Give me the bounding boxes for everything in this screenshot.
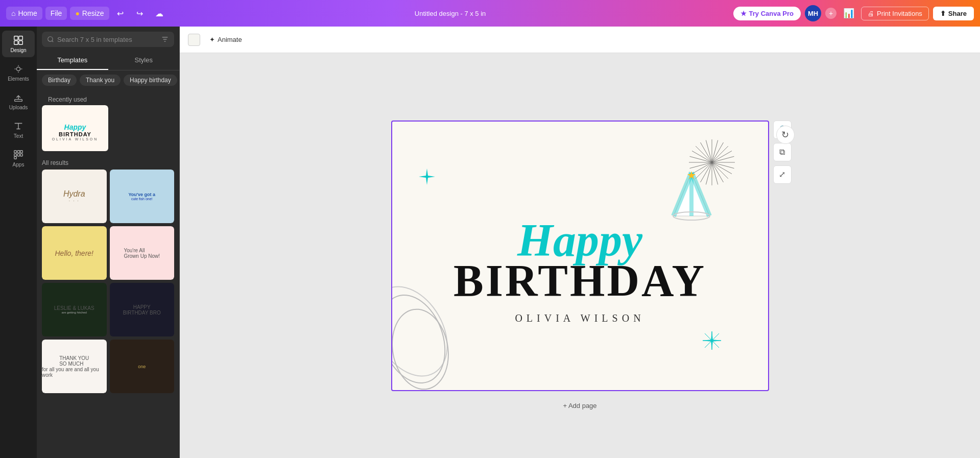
recently-used-row: Happy BIRTHDAY OLIVIA WILSON ··· [42,105,174,151]
elements-icon [13,63,24,75]
sidebar-item-elements[interactable]: Elements [2,59,35,86]
resize-icon: ● [75,9,79,17]
tags-row: Birthday Thank you Happy birthday › [37,70,179,90]
duplicate-button[interactable]: ⧉ [773,143,792,161]
canvas-scroll[interactable]: 🔒 ⧉ ⤢ ↻ [180,53,980,458]
birthday-text: BIRTHDAY [453,258,706,303]
topbar-center: Untitled design - 7 x 5 in [172,10,729,17]
share-button[interactable]: ⬆ Share [933,7,974,20]
refresh-button[interactable]: ↻ [776,126,795,144]
resize-button[interactable]: ● Resize [70,7,109,20]
file-label: File [51,9,62,17]
try-canva-pro-button[interactable]: ★ Try Canva Pro [733,7,801,20]
tab-templates[interactable]: Templates [37,51,108,70]
home-button[interactable]: ⌂ Home [6,7,42,20]
add-collaborator-button[interactable]: + [825,8,836,19]
svg-rect-12 [14,157,17,159]
expand-icon: ⤢ [779,170,785,179]
thumb-fish-menu[interactable]: ··· [161,172,172,183]
all-results-grid: Hydra · · · ··· You've got a cute fish o… [42,170,174,393]
search-icon [47,36,54,43]
tag-thank-you[interactable]: Thank you [80,75,121,86]
sub-toolbar: ✦ Animate [180,27,980,53]
all-results-label: All results [42,156,174,170]
template-hello-there[interactable]: Hello, there! ··· [42,226,107,280]
panel-tabs: Templates Styles [37,51,179,70]
template-cute-fish[interactable]: You've got a cute fish one! ··· [110,170,175,223]
template-one[interactable]: one ··· [110,340,175,393]
copy-icon: ⧉ [779,148,785,157]
template-hydra[interactable]: Hydra · · · ··· [42,170,107,223]
text-icon [13,120,24,132]
expand-button[interactable]: ⤢ [773,165,792,184]
save-button[interactable]: ☁ [151,5,168,21]
template-thank-you-so-much[interactable]: THANK YOUSO MUCH for all you are and all… [42,340,107,393]
tag-happy-birthday[interactable]: Happy birthday [124,75,177,86]
save-icon: ☁ [155,9,163,18]
sidebar-item-text[interactable]: Text [2,116,35,143]
thumb-thankyou-menu[interactable]: ··· [93,342,105,353]
thumb-bro-menu[interactable]: ··· [161,285,172,296]
template-leslie-lukas[interactable]: LESLIE & LUKAS are getting hitched ··· [42,283,107,336]
undo-button[interactable]: ↩ [112,5,129,21]
uploads-icon [13,92,24,103]
chart-icon: 📊 [843,8,854,18]
add-page-button[interactable]: + Add page [555,398,605,414]
canva-pro-star-icon: ★ [740,10,747,17]
document-name: Untitled design - 7 x 5 in [415,10,486,17]
sidebar-item-uploads[interactable]: Uploads [2,88,35,114]
sidebar-item-apps[interactable]: Apps [2,145,35,172]
svg-rect-7 [17,151,20,153]
svg-rect-9 [14,154,17,156]
tag-birthday[interactable]: Birthday [42,75,77,86]
sidebar-icons: Design Elements Uploads Text [0,27,37,458]
avatar-initials: MH [808,10,818,17]
thumb-menu-button[interactable]: ··· [95,107,106,118]
templates-grid: Recently used Happy BIRTHDAY OLIVIA WILS… [37,90,179,458]
search-input[interactable] [57,36,158,43]
canvas-area: ✦ Animate 🔒 ⧉ ⤢ [180,27,980,458]
template-grow[interactable]: You're AllGrown Up Now! ··· [110,226,175,280]
sidebar-text-label: Text [14,133,23,139]
filter-icon[interactable] [161,35,169,43]
template-happy-birthday-recent[interactable]: Happy BIRTHDAY OLIVIA WILSON ··· [42,105,108,151]
design-card[interactable]: Happy BIRTHDAY OLIVIA WILSON [391,120,769,391]
print-invitations-button[interactable]: 🖨 Print Invitations [861,7,929,20]
thumb-hydra-menu[interactable]: ··· [93,172,105,183]
analytics-button[interactable]: 📊 [841,5,857,21]
try-canva-pro-label: Try Canva Pro [749,10,794,17]
sidebar-item-design[interactable]: Design [2,31,35,57]
animate-button[interactable]: ✦ Animate [204,33,247,46]
thumb-leslie-menu[interactable]: ··· [93,285,105,296]
svg-rect-0 [14,36,18,40]
tab-styles[interactable]: Styles [108,51,180,70]
print-invitations-label: Print Invitations [877,10,922,17]
topbar-right: ★ Try Canva Pro MH + 📊 🖨 Print Invitatio… [733,5,974,21]
svg-point-13 [48,37,53,41]
template-bro[interactable]: HAPPY BIRTHDAY BRO ··· [110,283,175,336]
thumb-grow-menu[interactable]: ··· [161,228,172,239]
svg-rect-10 [17,154,20,156]
svg-rect-1 [19,36,22,40]
apps-icon [13,149,24,160]
add-page-label: + Add page [563,402,596,409]
svg-rect-5 [15,100,22,102]
file-button[interactable]: File [45,7,67,20]
animate-label: Animate [218,36,242,43]
topbar-left: ⌂ Home File ● Resize ↩ ↪ ☁ [6,5,168,21]
plus-icon: + [829,9,833,17]
print-icon: 🖨 [868,10,874,17]
svg-rect-11 [20,154,23,156]
redo-button[interactable]: ↪ [132,5,148,21]
undo-icon: ↩ [117,9,124,18]
avatar-button[interactable]: MH [805,5,821,21]
svg-rect-2 [14,41,18,44]
main-body: Design Elements Uploads Text [0,27,980,458]
thumb-hello-menu[interactable]: ··· [93,228,105,239]
sidebar-elements-label: Elements [8,76,29,82]
svg-rect-8 [20,151,23,153]
refresh-icon: ↻ [781,129,789,140]
background-color-swatch[interactable] [188,34,200,46]
thumb-one-menu[interactable]: ··· [161,342,172,353]
svg-rect-3 [19,41,22,44]
